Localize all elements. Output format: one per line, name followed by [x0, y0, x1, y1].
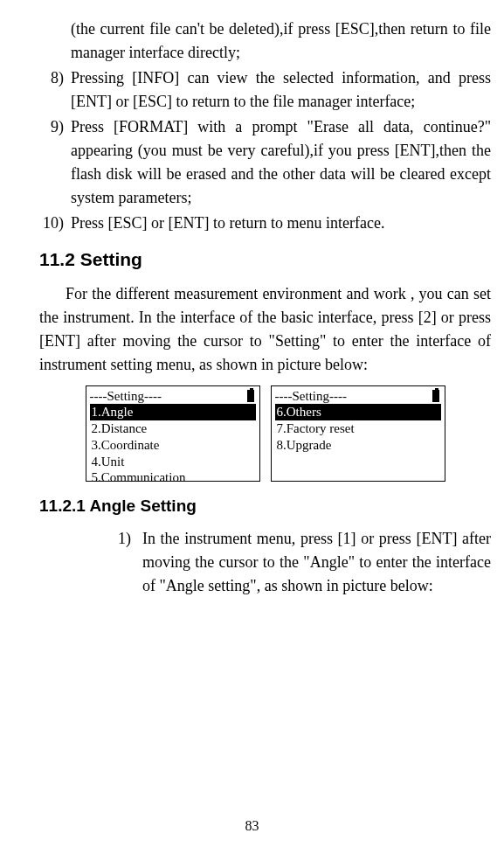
menu-coordinate: 3.Coordinate [90, 437, 256, 454]
menu-others: 6.Others [275, 404, 441, 420]
list-item-9: 9) Press [FORMAT] with a prompt "Erase a… [43, 115, 491, 210]
list-item-8: 8) Pressing [INFO] can view the selected… [43, 66, 491, 114]
list-item-10: 10) Press [ESC] or [ENT] to return to me… [43, 212, 491, 235]
angle-text-1: In the instrument menu, press [1] or pre… [142, 527, 491, 598]
setting-screen-1: ----Setting---- 1.Angle 2.Distance 3.Coo… [86, 385, 260, 482]
list-number-blank [43, 17, 71, 65]
menu-angle: 1.Angle [90, 404, 256, 420]
screen1-title: ----Setting---- [90, 388, 256, 405]
section-heading-11-2-1: 11.2.1 Angle Setting [39, 494, 491, 519]
list-number-10: 10) [43, 212, 71, 235]
setting-screen-2: ----Setting---- 6.Others 7.Factory reset… [271, 385, 445, 482]
battery-icon [247, 390, 254, 402]
menu-distance: 2.Distance [90, 420, 256, 437]
list-number-8: 8) [43, 66, 71, 114]
section-heading-11-2: 11.2 Setting [39, 246, 491, 274]
menu-communication: 5.Communication [90, 469, 256, 486]
menu-factory-reset: 7.Factory reset [275, 420, 441, 437]
angle-item-1: 1) In the instrument menu, press [1] or … [118, 527, 491, 598]
list-text-8: Pressing [INFO] can view the selected in… [71, 66, 491, 114]
list-item-7-continued: (the current file can't be deleted),if p… [43, 17, 491, 65]
list-text-10: Press [ESC] or [ENT] to return to menu i… [71, 212, 491, 235]
angle-num-1: 1) [118, 527, 142, 598]
angle-setting-list: 1) In the instrument menu, press [1] or … [39, 527, 491, 598]
setting-screenshots-row: ----Setting---- 1.Angle 2.Distance 3.Coo… [39, 385, 491, 482]
menu-upgrade: 8.Upgrade [275, 437, 441, 454]
setting-intro-paragraph: For the different measurement environmen… [39, 282, 491, 377]
page-number: 83 [0, 816, 504, 837]
battery-icon [432, 390, 439, 402]
screen2-title: ----Setting---- [275, 388, 441, 405]
continued-list: (the current file can't be deleted),if p… [39, 17, 491, 235]
list-text-7: (the current file can't be deleted),if p… [71, 17, 491, 65]
list-number-9: 9) [43, 115, 71, 210]
page-content: (the current file can't be deleted),if p… [13, 17, 491, 598]
list-text-9: Press [FORMAT] with a prompt "Erase all … [71, 115, 491, 210]
menu-unit: 4.Unit [90, 454, 256, 470]
